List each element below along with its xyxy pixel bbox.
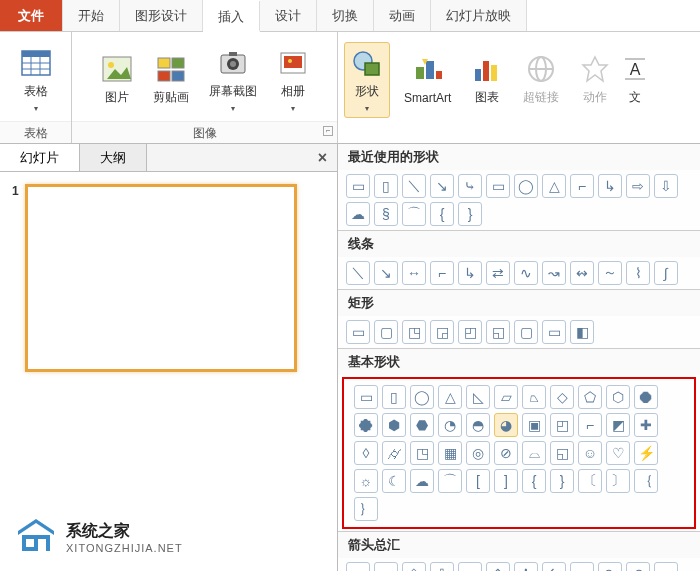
shape-rbracket2[interactable]: 〕 — [606, 469, 630, 493]
shape-lbrace[interactable]: { — [430, 202, 454, 226]
shape-lbracket2[interactable]: 〔 — [578, 469, 602, 493]
shape-foldedcorner[interactable]: ◱ — [550, 441, 574, 465]
shape-lbracket[interactable]: [ — [466, 469, 490, 493]
shape-line-arrow[interactable]: ↘ — [430, 174, 454, 198]
tab-home[interactable]: 开始 — [63, 0, 120, 31]
shape-curve-arrow[interactable]: ↝ — [542, 261, 566, 285]
tab-transition[interactable]: 切换 — [317, 0, 374, 31]
shape-heart[interactable]: ♡ — [606, 441, 630, 465]
screenshot-button[interactable]: 屏幕截图 ▾ — [203, 43, 263, 117]
shape-cloud[interactable]: ☁ — [410, 469, 434, 493]
shape-octagon[interactable]: ⯄ — [354, 413, 378, 437]
shape-snip-diag[interactable]: ◰ — [458, 320, 482, 344]
shape-lbrace[interactable]: { — [522, 469, 546, 493]
shape-diamond[interactable]: ◇ — [550, 385, 574, 409]
shape-lightning[interactable]: ⚡ — [634, 441, 658, 465]
shape-trapezoid[interactable]: ⏢ — [522, 385, 546, 409]
textbox-button[interactable]: A 文 — [625, 49, 645, 110]
shape-teardrop[interactable]: ◕ — [494, 413, 518, 437]
shape-rbrace2[interactable]: ｝ — [354, 497, 378, 521]
shape-arrow-up[interactable]: ⇧ — [402, 562, 426, 571]
shape-round1[interactable]: ◱ — [486, 320, 510, 344]
shape-arc[interactable]: ⌒ — [402, 202, 426, 226]
shape-lbrace2[interactable]: ｛ — [634, 469, 658, 493]
shape-diagstripe[interactable]: ◩ — [606, 413, 630, 437]
shape-arc[interactable]: ⌒ — [438, 469, 462, 493]
shape-freeform[interactable]: ～ — [598, 261, 622, 285]
shape-roundrect[interactable]: ▢ — [374, 320, 398, 344]
shape-sun[interactable]: ☼ — [354, 469, 378, 493]
shape-plaque[interactable]: ◊ — [354, 441, 378, 465]
shape-cube[interactable]: ◳ — [410, 441, 434, 465]
shape-elbow-double[interactable]: ⇄ — [486, 261, 510, 285]
shape-oval[interactable]: ◯ — [410, 385, 434, 409]
tab-graphic-design[interactable]: 图形设计 — [120, 0, 203, 31]
shape-cloud[interactable]: ☁ — [346, 202, 370, 226]
shape-bevel[interactable]: ▦ — [438, 441, 462, 465]
album-button[interactable]: 相册 ▾ — [271, 43, 315, 117]
shape-textbox-v[interactable]: ▯ — [374, 174, 398, 198]
shape-arrow-ud[interactable]: ⇕ — [486, 562, 510, 571]
shape-line[interactable]: ＼ — [346, 261, 370, 285]
shape-chord[interactable]: ◓ — [466, 413, 490, 437]
shape-elbow-arrow[interactable]: ↳ — [458, 261, 482, 285]
shape-triangle[interactable]: △ — [438, 385, 462, 409]
shape-smiley[interactable]: ☺ — [578, 441, 602, 465]
shape-arrow-striped[interactable]: ⤃ — [654, 562, 678, 571]
shape-hexagon[interactable]: ⬡ — [606, 385, 630, 409]
tab-outline[interactable]: 大纲 — [80, 144, 147, 171]
shape-elbow[interactable]: ⌐ — [570, 174, 594, 198]
shape-plus[interactable]: ✚ — [634, 413, 658, 437]
tab-file[interactable]: 文件 — [0, 0, 63, 31]
slide-thumb-1[interactable]: 1 — [12, 184, 325, 372]
shape-arrow-down[interactable]: ⇩ — [430, 562, 454, 571]
shape-freeform[interactable]: § — [374, 202, 398, 226]
shape-rect[interactable]: ▭ — [486, 174, 510, 198]
shape-textbox[interactable]: ▭ — [346, 174, 370, 198]
shape-triangle[interactable]: △ — [542, 174, 566, 198]
tab-insert[interactable]: 插入 — [203, 1, 260, 32]
shape-rbrace[interactable]: } — [550, 469, 574, 493]
picture-button[interactable]: 图片 — [95, 49, 139, 110]
panel-close[interactable]: × — [308, 144, 337, 171]
shape-rect[interactable]: ▭ — [346, 320, 370, 344]
chart-button[interactable]: 图表 — [465, 49, 509, 110]
shape-arrow-quad[interactable]: ✢ — [514, 562, 538, 571]
shape-curve[interactable]: ∿ — [514, 261, 538, 285]
shape-snipround[interactable]: ◧ — [570, 320, 594, 344]
shape-rbracket[interactable]: ] — [494, 469, 518, 493]
shape-dodecagon[interactable]: ⬣ — [410, 413, 434, 437]
shape-down-arrow[interactable]: ⇩ — [654, 174, 678, 198]
shape-elbow-arrow[interactable]: ↳ — [598, 174, 622, 198]
shape-rtriangle[interactable]: ◺ — [466, 385, 490, 409]
smartart-button[interactable]: SmartArt — [398, 51, 457, 109]
tab-animation[interactable]: 动画 — [374, 0, 431, 31]
shape-noentry[interactable]: ⊘ — [494, 441, 518, 465]
shape-snip2[interactable]: ◲ — [430, 320, 454, 344]
shape-right-arrow[interactable]: ⇨ — [626, 174, 650, 198]
shape-round2[interactable]: ▢ — [514, 320, 538, 344]
shapes-button[interactable]: 形状 ▾ — [344, 42, 390, 118]
shape-arrow-lr[interactable]: ⇔ — [458, 562, 482, 571]
shape-lshape[interactable]: ⌐ — [578, 413, 602, 437]
tab-design[interactable]: 设计 — [260, 0, 317, 31]
shape-snip1[interactable]: ◳ — [402, 320, 426, 344]
shape-elbow[interactable]: ⌐ — [430, 261, 454, 285]
shape-arrow[interactable]: ↘ — [374, 261, 398, 285]
shape-blockarc[interactable]: ⌓ — [522, 441, 546, 465]
shape-line[interactable]: ＼ — [402, 174, 426, 198]
shape-arrow-bent[interactable]: ↰ — [542, 562, 566, 571]
tab-slideshow[interactable]: 幻灯片放映 — [431, 0, 527, 31]
shape-halfframe[interactable]: ◰ — [550, 413, 574, 437]
shape-heptagon[interactable]: ⯃ — [634, 385, 658, 409]
shape-arrow-left[interactable]: ⇦ — [374, 562, 398, 571]
shape-textbox[interactable]: ▭ — [354, 385, 378, 409]
clipart-button[interactable]: 剪贴画 — [147, 49, 195, 110]
shape-oval[interactable]: ◯ — [514, 174, 538, 198]
shape-round-diag[interactable]: ▭ — [542, 320, 566, 344]
shape-curve-double[interactable]: ↭ — [570, 261, 594, 285]
shape-textbox-v[interactable]: ▯ — [382, 385, 406, 409]
shape-pie[interactable]: ◔ — [438, 413, 462, 437]
shape-arrow-uturn[interactable]: ↩ — [570, 562, 594, 571]
table-button[interactable]: 表格 ▾ — [14, 43, 58, 117]
